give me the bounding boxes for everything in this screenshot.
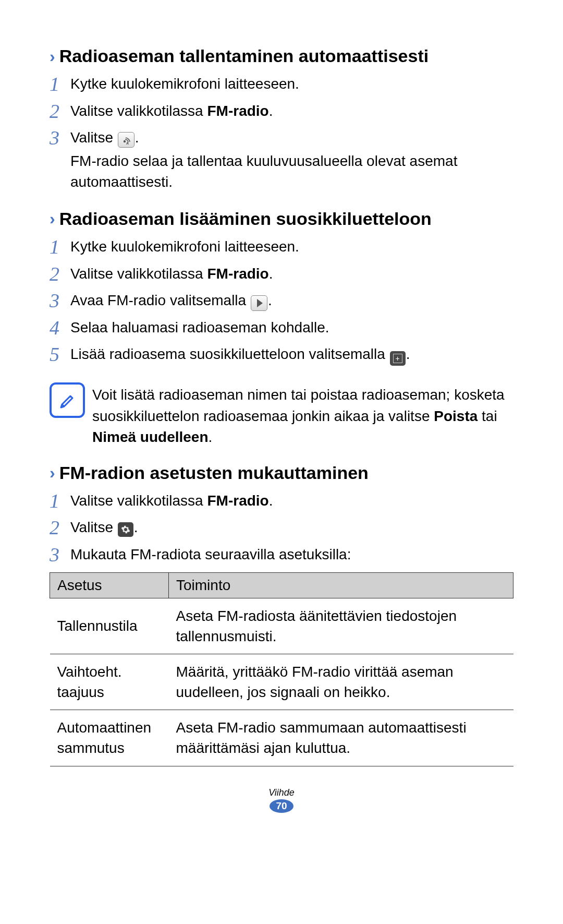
step-number: 1 [50,73,70,97]
heading-text: Radioaseman tallentaminen automaattisest… [59,46,429,66]
section-heading-settings: › FM-radion asetusten mukauttaminen [50,463,513,483]
section-heading-auto-save: › Radioaseman tallentaminen automaattise… [50,46,513,66]
step-number: 3 [50,543,70,567]
svg-point-0 [124,140,126,142]
note-icon [50,382,85,418]
step-text: Kytke kuulokemikrofoni laitteeseen. [70,235,513,258]
step: 5 Lisää radioasema suosikkiluetteloon va… [50,343,513,367]
setting-desc: Aseta FM-radiosta äänitettävien tiedosto… [169,598,513,654]
step: 1 Valitse valikkotilassa FM-radio. [50,489,513,513]
setting-name: Tallennustila [50,598,169,654]
table-row: Tallennustila Aseta FM-radiosta äänitett… [50,598,513,654]
steps-auto-save: 1 Kytke kuulokemikrofoni laitteeseen. 2 … [50,73,513,193]
step-text: Valitse A. FM-radio selaa ja tallentaa k… [70,126,513,193]
steps-settings: 1 Valitse valikkotilassa FM-radio. 2 Val… [50,489,513,567]
step-number: 1 [50,235,70,259]
step: 2 Valitse . [50,516,513,540]
play-icon [251,295,267,311]
step-number: 3 [50,289,70,313]
setting-desc: Määritä, yrittääkö FM-radio virittää ase… [169,654,513,710]
page-number-badge: 70 [272,798,291,814]
step-number: 5 [50,343,70,367]
auto-scan-icon: A [118,132,134,148]
step-number: 4 [50,316,70,340]
note-text: Voit lisätä radioaseman nimen tai poista… [92,382,513,448]
chevron-right-icon: › [50,48,55,65]
chevron-right-icon: › [50,210,55,227]
step-text: Kytke kuulokemikrofoni laitteeseen. [70,73,513,95]
step-subtext: FM-radio selaa ja tallentaa kuuluvuusalu… [70,151,513,193]
step-number: 3 [50,126,70,150]
heading-text: Radioaseman lisääminen suosikkiluetteloo… [59,209,432,229]
table-row: Vaihtoeht. taajuus Määritä, yrittääkö FM… [50,654,513,710]
step-text: Valitse valikkotilassa FM-radio. [70,100,513,122]
setting-name: Automaattinen sammutus [50,710,169,766]
settings-gear-icon [118,522,133,537]
step-text: Valitse . [70,516,513,538]
setting-name: Vaihtoeht. taajuus [50,654,169,710]
manual-page: › Radioaseman tallentaminen automaattise… [0,0,563,835]
step-text: Valitse valikkotilassa FM-radio. [70,489,513,512]
step: 3 Avaa FM-radio valitsemalla . [50,289,513,313]
step-text: Valitse valikkotilassa FM-radio. [70,262,513,285]
col-setting: Asetus [50,572,169,598]
step: 4 Selaa haluamasi radioaseman kohdalle. [50,316,513,340]
step-text: Lisää radioasema suosikkiluetteloon vali… [70,343,513,366]
step-number: 2 [50,516,70,540]
settings-table: Asetus Toiminto Tallennustila Aseta FM-r… [50,572,513,766]
table-row: Automaattinen sammutus Aseta FM-radio sa… [50,710,513,766]
table-header-row: Asetus Toiminto [50,572,513,598]
note-box: Voit lisätä radioaseman nimen tai poista… [50,382,513,448]
footer-category: Viihde [50,787,513,798]
page-footer: Viihde 70 [50,787,513,814]
step: 2 Valitse valikkotilassa FM-radio. [50,100,513,124]
step-text: Selaa haluamasi radioaseman kohdalle. [70,316,513,339]
add-favorite-icon: + [390,351,406,366]
svg-text:A: A [126,141,129,145]
step: 2 Valitse valikkotilassa FM-radio. [50,262,513,286]
heading-text: FM-radion asetusten mukauttaminen [59,463,369,483]
steps-favorites: 1 Kytke kuulokemikrofoni laitteeseen. 2 … [50,235,513,367]
step: 3 Mukauta FM-radiota seuraavilla asetuks… [50,543,513,567]
step: 1 Kytke kuulokemikrofoni laitteeseen. [50,235,513,259]
col-function: Toiminto [169,572,513,598]
step: 1 Kytke kuulokemikrofoni laitteeseen. [50,73,513,97]
page-number: 70 [272,798,291,814]
section-heading-favorites: › Radioaseman lisääminen suosikkiluettel… [50,209,513,229]
step-number: 2 [50,100,70,124]
step-number: 1 [50,489,70,513]
chevron-right-icon: › [50,464,55,481]
step: 3 Valitse A. FM-radio selaa ja tallentaa… [50,126,513,193]
step-text: Avaa FM-radio valitsemalla . [70,289,513,311]
step-text: Mukauta FM-radiota seuraavilla asetuksil… [70,543,513,566]
step-number: 2 [50,262,70,286]
setting-desc: Aseta FM-radio sammumaan automaattisesti… [169,710,513,766]
